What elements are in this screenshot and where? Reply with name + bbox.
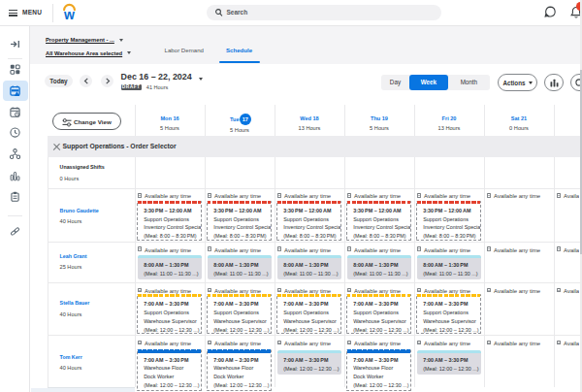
svg-text:w: w	[63, 7, 75, 22]
